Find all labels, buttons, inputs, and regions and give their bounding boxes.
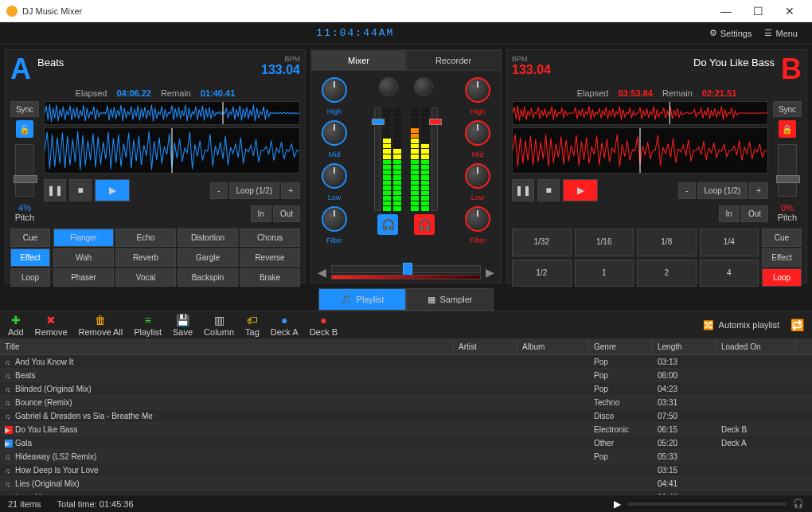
deck-b-loop-out[interactable]: Out — [741, 205, 768, 222]
deck-b-gain-knob[interactable] — [414, 77, 433, 96]
deck-a-low-knob[interactable] — [322, 163, 347, 189]
deck-b-loop-1-2[interactable]: 1/2 — [512, 260, 572, 287]
deck-a-stop-button[interactable]: ■ — [69, 179, 92, 201]
deck-b-effect-tab[interactable]: Effect — [762, 248, 802, 267]
deck-b-overview-waveform[interactable] — [512, 101, 768, 125]
deck-a-fx-vocal[interactable]: Vocal — [115, 268, 176, 287]
recorder-tab[interactable]: Recorder — [406, 50, 501, 71]
column-button[interactable]: ▥Column — [204, 314, 234, 337]
deck-b-low-knob[interactable] — [465, 163, 490, 189]
add-button[interactable]: ✚Add — [8, 314, 24, 337]
table-row[interactable]: ♫And You Know ItPop03:13 — [0, 355, 812, 369]
deck-a-loop-minus[interactable]: - — [210, 182, 227, 199]
deck-a-high-knob[interactable] — [322, 77, 347, 103]
crossfader-curve[interactable] — [331, 275, 481, 279]
deck-a-fx-gargle[interactable]: Gargle — [178, 248, 238, 267]
deck-a-cue-tab[interactable]: Cue — [10, 229, 50, 247]
deck-b-pitch-slider[interactable] — [778, 144, 797, 197]
col-album[interactable]: Album — [517, 339, 589, 354]
deck-b-loop-4[interactable]: 4 — [700, 260, 759, 287]
deck-a-loop-plus[interactable]: + — [281, 182, 300, 199]
mixer-tab[interactable]: Mixer — [311, 50, 406, 71]
deck-a-fx-wah[interactable]: Wah — [53, 248, 114, 267]
menu-button[interactable]: ☰Menu — [758, 25, 804, 41]
deck-a-play-button[interactable]: ▶ — [95, 179, 130, 201]
deck-b-load-button[interactable]: ●Deck B — [310, 314, 338, 337]
deck-a-fx-distortion[interactable]: Distortion — [178, 229, 238, 247]
deck-a-loop-tab[interactable]: Loop — [10, 268, 50, 287]
deck-a-volume-slider[interactable] — [374, 107, 381, 211]
col-loaded[interactable]: Loaded On — [716, 339, 796, 354]
deck-a-fx-echo[interactable]: Echo — [115, 229, 176, 247]
tag-button[interactable]: 🏷Tag — [245, 314, 260, 337]
deck-a-fx-chorus[interactable]: Chorus — [240, 229, 300, 247]
table-row[interactable]: ♫Hideaway (LS2 Remix)Pop05:33 — [0, 450, 812, 463]
deck-a-gain-knob[interactable] — [379, 77, 398, 96]
settings-button[interactable]: ⚙Settings — [703, 25, 759, 41]
xfade-right-arrow[interactable]: ▶ — [486, 266, 494, 279]
deck-a-pause-button[interactable]: ❚❚ — [44, 179, 66, 201]
deck-b-pause-button[interactable]: ❚❚ — [512, 179, 534, 201]
deck-a-effect-tab[interactable]: Effect — [10, 248, 50, 267]
table-row[interactable]: ♫How Deep Is Your Love03:15 — [0, 463, 812, 477]
table-row[interactable]: ♫Gabriel & Dresden vs Sia - Breathe MeDi… — [0, 409, 812, 423]
deck-b-detail-waveform[interactable] — [512, 127, 768, 174]
close-button[interactable]: ✕ — [774, 0, 806, 22]
remove-button[interactable]: ✖Remove — [35, 314, 68, 337]
deck-a-fx-backspin[interactable]: Backspin — [178, 268, 238, 287]
deck-a-fx-reverb[interactable]: Reverb — [115, 248, 176, 267]
col-genre[interactable]: Genre — [589, 339, 653, 354]
deck-b-sync-button[interactable]: Sync — [773, 101, 802, 117]
deck-b-loop-1-16[interactable]: 1/16 — [575, 229, 634, 256]
playlist-tab[interactable]: 🎵Playlist — [318, 288, 406, 311]
deck-b-loop-plus[interactable]: + — [749, 182, 768, 199]
deck-a-fx-flanger[interactable]: Flanger — [53, 229, 114, 247]
deck-b-mid-knob[interactable] — [465, 120, 490, 146]
deck-a-detail-waveform[interactable] — [44, 127, 300, 174]
minimize-button[interactable]: — — [710, 0, 742, 22]
deck-a-pitch-slider[interactable] — [15, 144, 34, 197]
table-row[interactable]: ▶Do You Like BassElectronic06:15Deck B — [0, 423, 812, 436]
deck-a-loop-out[interactable]: Out — [273, 205, 300, 222]
preview-progress[interactable] — [627, 502, 787, 506]
table-row[interactable]: ♫BeatsPop06:00 — [0, 369, 812, 382]
deck-b-loop-1-8[interactable]: 1/8 — [637, 229, 697, 256]
deck-b-play-button[interactable]: ▶ — [563, 179, 598, 201]
deck-b-headphone-button[interactable]: 🎧 — [414, 214, 435, 235]
save-button[interactable]: 💾Save — [173, 314, 193, 337]
deck-a-loop-label[interactable]: Loop (1/2) — [229, 182, 280, 199]
col-title[interactable]: Title — [0, 339, 454, 354]
deck-b-lock-button[interactable]: 🔒 — [779, 120, 796, 138]
deck-b-cue-tab[interactable]: Cue — [762, 229, 802, 247]
table-row[interactable]: ▶GalaOther05:20Deck A — [0, 436, 812, 450]
deck-a-sync-button[interactable]: Sync — [10, 101, 39, 117]
table-row[interactable]: ♫Lies (Original Mix)04:41 — [0, 477, 812, 491]
deck-b-loop-1[interactable]: 1 — [575, 260, 634, 287]
deck-b-loop-in[interactable]: In — [719, 205, 740, 222]
remove-all-button[interactable]: 🗑Remove All — [79, 314, 123, 337]
deck-b-loop-minus[interactable]: - — [678, 182, 695, 199]
xfade-left-arrow[interactable]: ◀ — [318, 266, 326, 279]
deck-b-loop-label[interactable]: Loop (1/2) — [697, 182, 748, 199]
deck-a-fx-brake[interactable]: Brake — [240, 268, 300, 287]
deck-b-volume-slider[interactable] — [431, 107, 438, 211]
deck-b-stop-button[interactable]: ■ — [537, 179, 560, 201]
deck-b-loop-tab[interactable]: Loop — [762, 268, 802, 287]
deck-a-headphone-button[interactable]: 🎧 — [377, 214, 398, 235]
col-length[interactable]: Length — [653, 339, 716, 354]
table-row[interactable]: ♫Bounce (Remix)Techno03:31 — [0, 396, 812, 409]
deck-b-filter-knob[interactable] — [465, 206, 490, 232]
playlist-button[interactable]: ≡Playlist — [134, 314, 162, 337]
repeat-button[interactable]: 🔁 — [791, 319, 804, 331]
deck-b-loop-1-32[interactable]: 1/32 — [512, 229, 572, 256]
deck-a-mid-knob[interactable] — [322, 120, 347, 146]
deck-a-load-button[interactable]: ●Deck A — [271, 314, 299, 337]
deck-a-filter-knob[interactable] — [322, 206, 347, 232]
deck-b-loop-2[interactable]: 2 — [637, 260, 697, 287]
maximize-button[interactable]: ☐ — [742, 0, 774, 22]
deck-a-fx-phaser[interactable]: Phaser — [53, 268, 114, 287]
preview-play-button[interactable]: ▶ — [614, 498, 621, 510]
sampler-tab[interactable]: ▦Sampler — [406, 288, 494, 311]
table-row[interactable]: ♫Blinded (Original Mix)Pop04:23 — [0, 382, 812, 396]
deck-a-overview-waveform[interactable] — [44, 101, 300, 125]
